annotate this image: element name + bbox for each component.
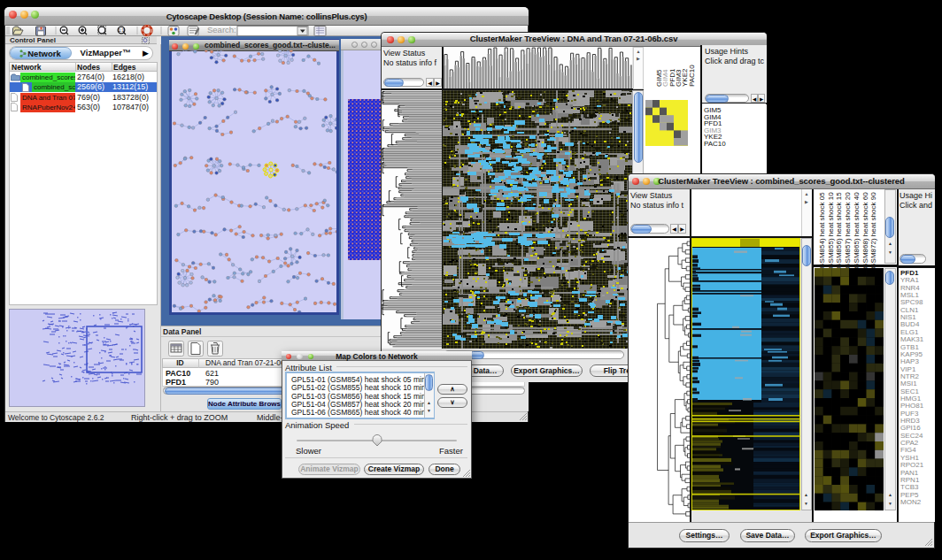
svg-text:1:1: 1:1 bbox=[119, 27, 125, 33]
svg-text:Search:: Search: bbox=[207, 25, 236, 35]
